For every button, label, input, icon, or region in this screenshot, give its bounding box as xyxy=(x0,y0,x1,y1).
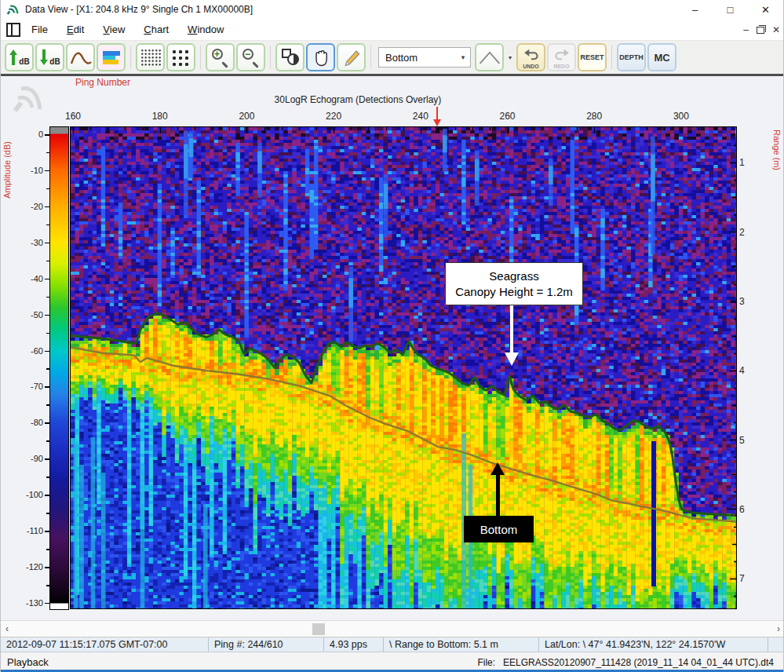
x-tick-label: 180 xyxy=(148,111,172,122)
arrow-down-icon xyxy=(39,49,49,66)
amplitude-tick-label: -80 xyxy=(12,418,43,427)
x-tick-label: 280 xyxy=(582,111,606,122)
title-bar: Data View - [X1: 204.8 kHz 9° Single Ch … xyxy=(1,0,783,19)
biosonics-watermark-icon xyxy=(10,82,45,114)
chart-title: 30LogR Echogram (Detections Overlay) xyxy=(260,94,456,105)
bottom-select-combo[interactable]: Bottom ▾ xyxy=(378,47,471,68)
tvg-curve-button[interactable] xyxy=(66,43,95,71)
scrollbar-thumb[interactable] xyxy=(312,623,325,635)
file-name: EELGRASS20120907_111428 (2019_11_14 04_0… xyxy=(503,657,774,668)
ping-number-axis-label: Ping Number xyxy=(75,77,130,88)
redo-arrow-icon xyxy=(553,48,571,60)
reset-button[interactable]: RESET xyxy=(578,43,607,71)
scroll-left-arrow[interactable]: ‹ xyxy=(5,623,9,634)
status-bar: 2012-09-07 11:15:17.075 GMT-07:00Ping #:… xyxy=(1,637,783,652)
status-cell-4: Lat/Lon: \ 47° 41.9423'N, 122° 24.1570'W xyxy=(539,637,768,652)
redo-button[interactable]: REDO xyxy=(547,43,576,71)
status-cell-1: Ping #: 244/610 xyxy=(209,637,324,652)
x-tick-label: 260 xyxy=(496,111,520,122)
window-title: Data View - [X1: 204.8 kHz 9° Single Ch … xyxy=(25,4,253,15)
toolbar: dB dB + − xyxy=(1,41,783,74)
file-label: File: xyxy=(477,657,495,668)
curve-icon xyxy=(70,49,92,66)
amplitude-tick-label: -30 xyxy=(12,238,43,247)
amplitude-axis-label: Amplitude (dB) xyxy=(2,141,12,199)
mdi-close-button[interactable]: ✕ xyxy=(772,24,780,35)
palette-icon xyxy=(103,51,120,64)
range-tick-label: 2 xyxy=(739,227,757,238)
menu-item-edit[interactable]: Edit xyxy=(67,24,84,35)
seagrass-arrow-head xyxy=(505,352,519,366)
range-tick-label: 5 xyxy=(739,435,757,446)
amplitude-tick-label: -70 xyxy=(12,382,43,391)
x-tick-label: 160 xyxy=(61,111,85,122)
echogram-plot xyxy=(70,126,737,609)
app-logo-icon xyxy=(6,3,20,16)
undo-arrow-icon xyxy=(523,48,540,60)
zoom-in-button[interactable]: + xyxy=(206,43,235,71)
echogram-panel: Ping Number 30LogR Echogram (Detections … xyxy=(1,76,783,620)
range-tick-label: 4 xyxy=(739,365,757,376)
status-cell-3: \ Range to Bottom: 5.1 m xyxy=(384,637,539,652)
data-view-window: Data View - [X1: 204.8 kHz 9° Single Ch … xyxy=(0,0,784,672)
menu-item-view[interactable]: View xyxy=(103,24,125,35)
echogram-canvas[interactable] xyxy=(71,127,736,608)
playback-mode-label: Playback xyxy=(7,656,49,668)
amplitude-tick-label: 0 xyxy=(12,130,43,139)
x-tick-label: 220 xyxy=(322,111,345,122)
x-tick-label: 200 xyxy=(235,111,258,122)
pencil-edit-button[interactable] xyxy=(337,43,366,71)
file-info: File:EELGRASS20120907_111428 (2019_11_14… xyxy=(477,657,774,668)
minimize-button[interactable]: – xyxy=(677,0,713,19)
menu-item-chart[interactable]: Chart xyxy=(144,24,169,35)
scroll-right-arrow[interactable]: › xyxy=(777,623,780,634)
range-tick-label: 3 xyxy=(739,296,757,307)
status-cell-2: 4.93 pps xyxy=(324,637,384,652)
undo-button[interactable]: UNDO xyxy=(516,43,545,71)
zoom-out-icon: − xyxy=(242,48,261,67)
x-tick-label: 300 xyxy=(669,111,693,122)
depth-button[interactable]: DEPTH xyxy=(617,43,646,71)
menu-item-window[interactable]: Window xyxy=(188,24,224,35)
bottom-arrow-head xyxy=(490,462,505,475)
pan-hand-button[interactable] xyxy=(306,43,335,71)
fine-dither-button[interactable] xyxy=(136,43,165,71)
amplitude-tick-label: -120 xyxy=(12,562,43,572)
zoom-out-button[interactable]: − xyxy=(236,43,265,71)
x-tick-label: 240 xyxy=(409,111,432,122)
chevron-down-icon: ▾ xyxy=(456,53,470,61)
amplitude-tick-label: -50 xyxy=(12,310,43,320)
increase-db-button[interactable]: dB xyxy=(5,43,34,71)
peak-line-icon xyxy=(478,49,501,66)
range-axis-label: Range (m) xyxy=(772,130,782,170)
maximize-button[interactable]: □ xyxy=(713,0,748,19)
amplitude-tick-label: -90 xyxy=(12,454,43,463)
ping-scrollbar[interactable]: ‹ › xyxy=(1,620,783,637)
menu-item-file[interactable]: File xyxy=(31,24,48,35)
decrease-db-button[interactable]: dB xyxy=(35,43,64,71)
mdi-minimize-button[interactable]: – xyxy=(743,24,749,35)
range-tick-label: 6 xyxy=(739,504,757,515)
amplitude-colorbar xyxy=(49,126,69,610)
bottom-annotation: Bottom xyxy=(464,516,534,542)
close-button[interactable]: ✕ xyxy=(748,0,783,19)
coarse-dither-button[interactable] xyxy=(166,43,195,71)
overlay-shapes-button[interactable] xyxy=(275,43,304,71)
amplitude-tick-label: -100 xyxy=(12,490,43,499)
peak-dropdown-button[interactable]: ▾ xyxy=(505,44,516,71)
mc-button[interactable]: MC xyxy=(647,43,676,71)
mdi-restore-button[interactable] xyxy=(757,27,764,34)
bottom-arrow xyxy=(496,474,500,517)
amplitude-tick-label: -60 xyxy=(12,346,43,356)
hand-icon xyxy=(312,47,330,68)
color-scheme-button[interactable] xyxy=(97,43,126,71)
pencil-icon xyxy=(341,47,362,68)
mdi-child-icon[interactable] xyxy=(6,23,20,37)
amplitude-tick-label: -10 xyxy=(12,166,43,175)
range-tick-label: 1 xyxy=(739,157,757,168)
amplitude-tick-label: -130 xyxy=(12,598,43,608)
amplitude-tick-label: -110 xyxy=(12,526,43,535)
peak-detect-button[interactable] xyxy=(475,43,504,71)
shapes-icon xyxy=(280,48,301,67)
fine-dots-icon xyxy=(140,49,161,66)
